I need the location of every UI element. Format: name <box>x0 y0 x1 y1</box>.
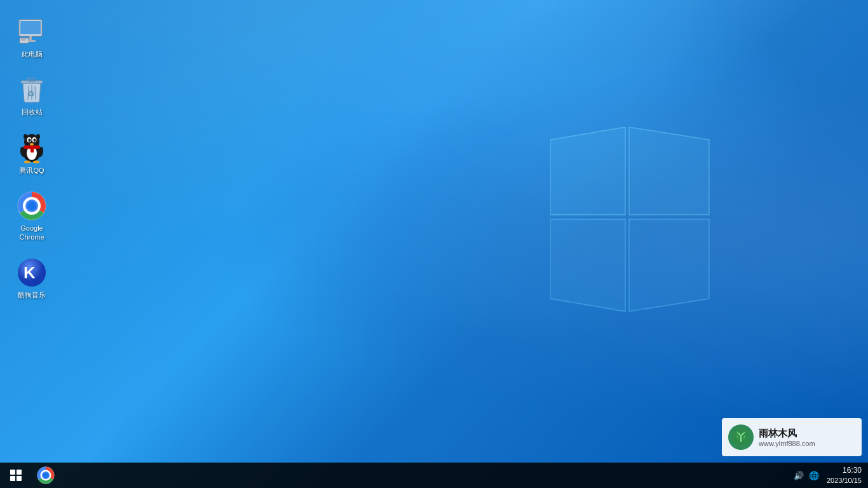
clock: 16:30 2023/10/15 <box>827 465 862 485</box>
svg-marker-0 <box>550 127 625 215</box>
desktop-icon-qq[interactable]: 腾讯QQ <box>6 129 57 179</box>
svg-rect-5 <box>20 21 41 34</box>
svg-marker-1 <box>629 127 709 215</box>
recycle-bin-label: 回收站 <box>22 107 43 116</box>
desktop-icon-this-pc[interactable]: 此电脑 <box>6 13 57 62</box>
taskbar: 🔊 🌐 16:30 2023/10/15 <box>0 463 868 488</box>
this-pc-label: 此电脑 <box>22 50 43 58</box>
svg-point-24 <box>24 134 27 139</box>
svg-rect-31 <box>31 147 34 152</box>
watermark-text: 雨林木风 www.ylmf888.com <box>759 428 815 447</box>
svg-point-25 <box>36 134 40 139</box>
svg-rect-6 <box>29 36 32 40</box>
taskbar-chrome-button[interactable] <box>32 463 60 488</box>
recycle-bin-icon: ♻ <box>17 74 47 105</box>
windows-logo <box>550 127 715 324</box>
system-tray-icons: 🔊 🌐 <box>794 471 819 480</box>
svg-point-42 <box>43 473 49 478</box>
watermark-logo <box>728 424 754 450</box>
desktop-icon-chrome[interactable]: Google Chrome <box>6 187 57 246</box>
desktop-icon-kugou[interactable]: K 酷狗音乐 <box>6 254 57 303</box>
svg-rect-9 <box>21 39 26 41</box>
svg-point-35 <box>27 201 36 210</box>
start-button[interactable] <box>0 463 32 488</box>
svg-marker-2 <box>550 219 625 311</box>
chrome-label: Google Chrome <box>11 224 52 242</box>
computer-icon <box>17 17 47 47</box>
svg-text:K: K <box>24 263 36 282</box>
qq-label: 腾讯QQ <box>19 166 44 175</box>
desktop-icons: 此电脑 ♻ 回收站 <box>0 6 64 315</box>
watermark-brand: 雨林木风 <box>759 428 815 440</box>
desktop: 此电脑 ♻ 回收站 <box>0 0 868 488</box>
svg-point-21 <box>29 139 31 142</box>
svg-rect-14 <box>28 78 36 81</box>
svg-marker-3 <box>629 219 709 311</box>
svg-point-23 <box>30 143 34 146</box>
watermark: 雨林木风 www.ylmf888.com <box>722 418 862 456</box>
kugou-icon: K <box>17 257 47 288</box>
chrome-icon <box>17 191 47 221</box>
windows-start-icon <box>10 470 22 481</box>
kugou-label: 酷狗音乐 <box>18 290 46 299</box>
svg-point-22 <box>34 139 36 142</box>
qq-icon <box>17 133 47 163</box>
watermark-url: www.ylmf888.com <box>759 440 815 447</box>
desktop-icon-recycle-bin[interactable]: ♻ 回收站 <box>6 71 57 120</box>
svg-rect-8 <box>20 38 29 43</box>
svg-text:♻: ♻ <box>27 89 35 98</box>
